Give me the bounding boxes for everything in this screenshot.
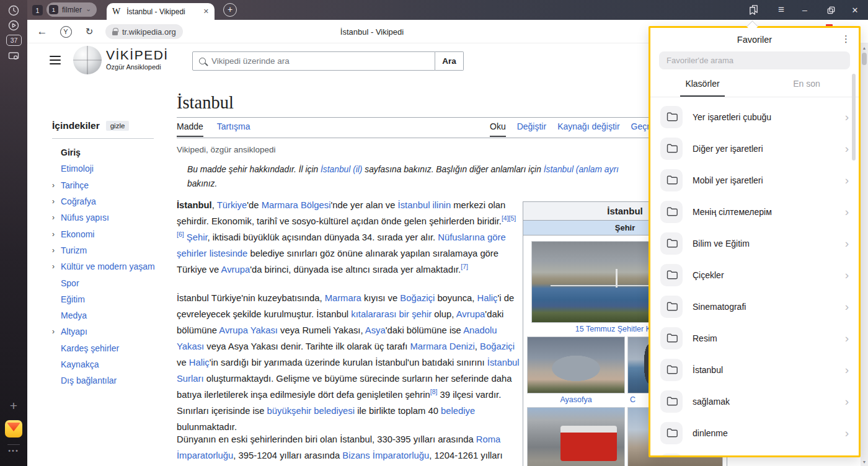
active-tab[interactable]: W İstanbul - Vikipedi ✕ — [107, 3, 215, 20]
toc-item[interactable]: ›Tarihçe — [52, 177, 167, 193]
namespace-tab[interactable]: Tartışma — [217, 121, 250, 137]
video-player-icon[interactable] — [6, 18, 21, 33]
new-tab-button[interactable]: + — [223, 3, 237, 17]
wiki-link[interactable]: Avrupa — [456, 309, 485, 319]
folder-item[interactable]: Bilim ve Eğitim› — [650, 227, 859, 259]
folder-item[interactable]: İstanbul› — [650, 354, 859, 385]
wiki-link[interactable]: İstanbul (anlam ayrı — [544, 165, 619, 174]
toc-item[interactable]: ›Coğrafya — [52, 193, 167, 209]
toc-item[interactable]: Dış bağlantılar — [52, 372, 167, 389]
page-scrollbar[interactable]: ▲ ▼ — [861, 43, 868, 466]
kebab-menu-icon[interactable]: ⋮ — [841, 33, 851, 45]
wiki-link[interactable]: İstanbul ilinin — [398, 200, 451, 210]
folder-item[interactable]: Менің сілтемелерім› — [650, 196, 859, 227]
namespace-tab[interactable]: Madde — [177, 121, 203, 137]
wiki-link[interactable]: Şehir — [187, 232, 208, 242]
wiki-search-input[interactable]: Vikipedi üzerinde ara — [192, 51, 435, 71]
favorites-tab[interactable]: Klasörler — [650, 71, 755, 97]
omnibox-page-title[interactable]: İstanbul - Vikipedi — [310, 20, 434, 43]
folder-item-partial[interactable] — [650, 449, 859, 455]
screen-capture-icon[interactable] — [6, 48, 21, 63]
toc-item[interactable]: ›Altyapı — [52, 323, 167, 340]
wiki-link[interactable]: Marmara — [325, 293, 361, 303]
toc-item[interactable]: Spor — [52, 275, 167, 291]
wiki-link[interactable]: Marmara Denizi — [410, 341, 474, 351]
more-options-icon[interactable]: ••• — [0, 447, 27, 454]
wiki-link[interactable]: [8] — [430, 388, 438, 395]
folder-item[interactable]: Mobil yer işaretleri› — [650, 164, 859, 196]
wiki-link[interactable]: Boğaziçi — [400, 293, 435, 303]
wiki-link[interactable]: Haliç — [189, 358, 210, 367]
toc-expand-icon[interactable]: › — [52, 181, 61, 190]
wiki-link[interactable]: Türkiye — [217, 200, 247, 210]
search-button[interactable]: Ara — [435, 51, 464, 71]
wikipedia-logo-globe[interactable] — [73, 46, 102, 74]
toc-item[interactable]: Kardeş şehirler — [52, 340, 167, 356]
folder-item[interactable]: Resim› — [650, 322, 859, 354]
history-icon[interactable] — [6, 3, 21, 18]
toc-item[interactable]: ›Turizm — [52, 242, 167, 258]
panel-scrollbar-thumb[interactable] — [852, 74, 856, 160]
tab-count-badge[interactable]: 1 — [32, 5, 43, 15]
folder-item[interactable]: Diğer yer işaretleri› — [650, 133, 859, 164]
wiki-link[interactable]: Asya — [365, 325, 386, 335]
folder-item[interactable]: dinlenme› — [650, 417, 859, 449]
wiki-link[interactable]: [7] — [461, 263, 468, 270]
folder-item[interactable]: Sinematografi› — [650, 291, 859, 322]
restore-window-icon[interactable] — [823, 0, 838, 20]
address-chip[interactable]: tr.wikipedia.org — [105, 24, 183, 39]
minimize-window-icon[interactable]: – — [797, 0, 812, 20]
hamburger-menu-icon[interactable] — [50, 56, 61, 64]
wiki-link[interactable]: Bizans İmparatorluğu — [342, 451, 429, 460]
tab-group-chip[interactable]: 1 filmler ⌄ — [46, 2, 97, 17]
wiki-link[interactable]: Boğaziçi — [480, 341, 515, 351]
favorites-search-input[interactable]: Favoriler'de arama — [659, 51, 850, 69]
folder-item[interactable]: Çiçekler› — [650, 259, 859, 291]
wiki-link[interactable]: İstanbul (il) — [321, 165, 362, 174]
add-panel-icon[interactable]: + — [0, 398, 27, 413]
toc-hide-button[interactable]: gizle — [106, 121, 130, 131]
wiki-link[interactable]: Avrupa Yakası — [219, 325, 278, 335]
favorites-tab[interactable]: En son — [755, 71, 859, 97]
toc-item[interactable]: Eğitim — [52, 291, 167, 307]
toc-item[interactable]: ›Kültür ve modern yaşam — [52, 258, 167, 275]
toc-expand-icon[interactable]: › — [52, 327, 61, 336]
scrollbar-thumb[interactable] — [862, 53, 867, 65]
scroll-down-icon[interactable]: ▼ — [861, 460, 868, 464]
photo-caption[interactable]: Ayasofya — [527, 395, 625, 404]
toc-item[interactable]: Giriş — [52, 144, 167, 160]
toc-item[interactable]: Medya — [52, 307, 167, 323]
wiki-link[interactable]: Haliç — [477, 293, 498, 303]
view-tab[interactable]: Kaynağı değiştir — [557, 121, 619, 137]
yandex-mail-icon[interactable] — [5, 420, 22, 437]
wikipedia-wordmark[interactable]: VİKİPEDİ Özgür Ansiklopedi — [106, 48, 169, 71]
toc-item[interactable]: Kaynakça — [52, 356, 167, 372]
tram-photo[interactable] — [527, 407, 625, 466]
scroll-up-icon[interactable]: ▲ — [861, 46, 868, 50]
toc-expand-icon[interactable]: › — [52, 230, 61, 239]
toc-expand-icon[interactable]: › — [52, 213, 61, 222]
view-tab[interactable]: Değiştir — [517, 121, 546, 137]
wiki-link[interactable]: Marmara Bölgesi — [262, 200, 331, 210]
toc-item[interactable]: ›Ekonomi — [52, 226, 167, 242]
bookmarks-panel-icon[interactable] — [746, 0, 761, 20]
toc-item[interactable]: ›Nüfus yapısı — [52, 209, 167, 226]
toc-item[interactable]: Etimoloji — [52, 160, 167, 177]
wiki-link[interactable]: Avrupa — [221, 265, 250, 275]
folder-item[interactable]: sağlamak› — [650, 385, 859, 417]
yandex-services-icon[interactable]: Y — [58, 20, 73, 43]
toc-expand-icon[interactable]: › — [52, 197, 61, 206]
close-window-icon[interactable]: ✕ — [848, 0, 862, 20]
ayasofya-photo[interactable] — [527, 336, 625, 393]
toc-expand-icon[interactable]: › — [52, 262, 61, 271]
wiki-link[interactable]: kıtalararası bir şehir — [351, 309, 432, 319]
close-tab-icon[interactable]: ✕ — [203, 7, 209, 15]
tab-counter-badge[interactable]: 37 — [6, 35, 22, 46]
wiki-link[interactable]: büyükşehir belediyesi — [267, 406, 355, 416]
menu-icon[interactable]: ≡ — [774, 0, 789, 20]
folder-item[interactable]: Yer işaretleri çubuğu› — [650, 101, 859, 133]
toc-expand-icon[interactable]: › — [52, 246, 61, 255]
refresh-icon[interactable]: ↻ — [82, 20, 97, 43]
wiki-link[interactable]: belediye — [441, 406, 475, 416]
view-tab[interactable]: Oku — [490, 121, 506, 137]
